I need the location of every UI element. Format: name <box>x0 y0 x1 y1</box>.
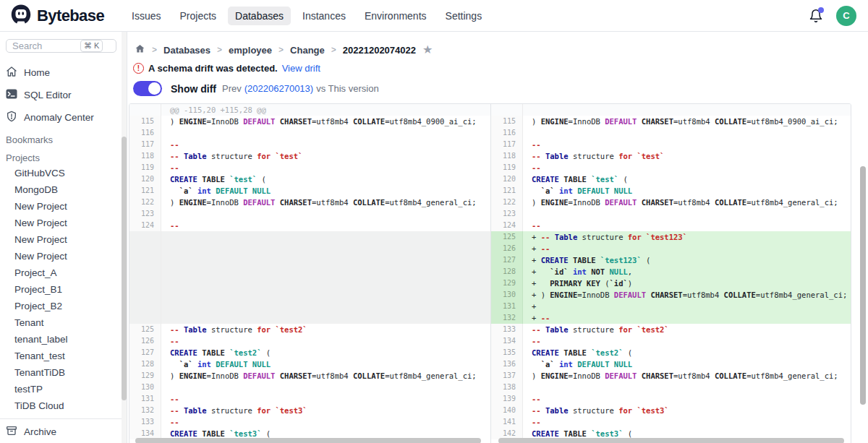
sidebar-project-item[interactable]: Tenant <box>0 314 127 331</box>
diff-row: 139-- <box>491 393 851 405</box>
diff-row <box>129 266 490 278</box>
code-line: `a` int DEFAULT NULL <box>523 358 851 370</box>
diff-row: 119-- <box>491 162 851 173</box>
search-box[interactable]: ⌘ K <box>6 39 116 53</box>
sidebar-project-item[interactable]: Project_B1 <box>0 281 127 298</box>
code-line <box>161 278 490 289</box>
code-line: + CREATE TABLE `test123` ( <box>523 254 851 266</box>
line-number: 123 <box>129 208 161 220</box>
notification-bell-icon[interactable] <box>809 9 823 23</box>
code-line: `a` int DEFAULT NULL <box>161 185 490 197</box>
breadcrumb-item-employee[interactable]: employee <box>229 45 272 56</box>
sql-editor-icon <box>6 88 17 102</box>
code-line: -- Table structure for `test2` <box>161 324 490 335</box>
sidebar-item-home[interactable]: Home <box>0 61 127 84</box>
nav-item-settings[interactable]: Settings <box>438 7 490 25</box>
diff-row <box>129 243 490 254</box>
bytebase-logo[interactable]: Bytebase <box>10 4 104 28</box>
sidebar-project-item[interactable]: New Project <box>0 215 127 231</box>
sidebar-project-item[interactable]: TiDB Cloud <box>0 397 127 414</box>
code-line <box>523 382 851 393</box>
line-number: 127 <box>491 254 523 266</box>
line-number <box>129 231 161 243</box>
line-number: 131 <box>129 393 161 405</box>
sidebar-project-item[interactable]: testTP <box>0 381 127 397</box>
line-number: 117 <box>491 139 523 150</box>
alert-exclamation-icon: ! <box>133 63 144 74</box>
code-line: ) ENGINE=InnoDB DEFAULT CHARSET=utf8mb4 … <box>523 116 851 127</box>
breadcrumb-home-icon[interactable] <box>135 43 145 56</box>
code-line: CREATE TABLE `test2` ( <box>161 347 490 358</box>
diff-row: 118-- Table structure for `test` <box>491 150 851 162</box>
prev-version-link[interactable]: (202206270013) <box>244 83 313 94</box>
nav-item-issues[interactable]: Issues <box>124 7 168 25</box>
code-line <box>161 208 490 220</box>
breadcrumb-item-change[interactable]: Change <box>290 45 325 56</box>
line-number: 120 <box>129 173 161 185</box>
line-number: 136 <box>491 358 523 370</box>
nav-item-projects[interactable]: Projects <box>173 7 224 25</box>
diff-row: @@ -115,20 +115,28 @@ <box>129 104 490 116</box>
diff-row: 126+ -- <box>491 243 851 254</box>
breadcrumb-item-databases[interactable]: Databases <box>163 45 210 56</box>
line-number: 125 <box>491 231 523 243</box>
line-number: 130 <box>129 382 161 393</box>
sidebar-item-sql-editor[interactable]: SQL Editor <box>0 84 127 106</box>
sidebar-item-label: SQL Editor <box>24 90 72 100</box>
sidebar-project-item[interactable]: New Project <box>0 248 127 264</box>
diff-row: 129+ PRIMARY KEY (`id`) <box>491 278 851 289</box>
sidebar-scrollbar-thumb[interactable] <box>122 137 127 400</box>
breadcrumb-separator: > <box>278 45 284 55</box>
sidebar-project-item[interactable]: MongoDB <box>0 181 127 198</box>
code-line: ) ENGINE=InnoDB DEFAULT CHARSET=utf8mb4 … <box>161 116 490 127</box>
line-number <box>491 104 523 116</box>
diff-right-hscrollbar[interactable] <box>498 438 844 443</box>
page-scrollbar-thumb[interactable] <box>860 166 866 405</box>
code-line: + -- <box>523 243 851 254</box>
code-line: -- Table structure for `test3` <box>523 405 851 416</box>
diff-left-hscrollbar[interactable] <box>135 438 481 443</box>
sidebar-item-anomaly-center[interactable]: Anomaly Center <box>0 106 127 129</box>
diff-row: 123 <box>491 208 851 220</box>
sidebar-item-archive[interactable]: Archive <box>0 419 127 443</box>
sidebar-project-item[interactable]: Project_B2 <box>0 298 127 314</box>
code-line: ) ENGINE=InnoDB DEFAULT CHARSET=utf8mb4 … <box>523 197 851 208</box>
sidebar-project-item[interactable]: New Project <box>0 198 127 215</box>
diff-row: 124-- <box>129 220 490 231</box>
line-number: 128 <box>491 266 523 278</box>
diff-row: 118-- Table structure for `test` <box>129 150 490 162</box>
view-drift-link[interactable]: View drift <box>282 63 320 74</box>
sidebar-project-item[interactable]: Project_A <box>0 264 127 281</box>
show-diff-toggle[interactable] <box>133 81 162 96</box>
line-number: 139 <box>491 393 523 405</box>
line-number: 135 <box>491 347 523 358</box>
nav-item-databases[interactable]: Databases <box>228 7 291 25</box>
search-input[interactable] <box>12 40 77 51</box>
sidebar-project-item[interactable]: TenantTiDB <box>0 364 127 381</box>
code-line: `a` int DEFAULT NULL <box>523 185 851 197</box>
sidebar-project-item[interactable]: tenant_label <box>0 331 127 348</box>
sidebar-item-label: Anomaly Center <box>24 112 94 123</box>
diff-row: 134-- <box>491 335 851 347</box>
diff-row: 135CREATE TABLE `test2` ( <box>491 347 851 358</box>
diff-row: 133-- <box>129 416 490 428</box>
user-avatar[interactable]: C <box>836 6 856 26</box>
breadcrumb-separator: > <box>331 45 336 55</box>
code-line <box>161 301 490 312</box>
projects-list: GitHubVCSMongoDBNew ProjectNew ProjectNe… <box>0 165 127 414</box>
sidebar-project-item[interactable]: Tenant_test <box>0 348 127 364</box>
code-line: + PRIMARY KEY (`id`) <box>523 278 851 289</box>
sidebar-project-item[interactable]: GitHubVCS <box>0 165 127 181</box>
line-number: 132 <box>129 405 161 416</box>
nav-item-environments[interactable]: Environments <box>357 7 434 25</box>
diff-row: 131-- <box>129 393 490 405</box>
diff-row: 137) ENGINE=InnoDB DEFAULT CHARSET=utf8m… <box>491 370 851 382</box>
sidebar-project-item[interactable]: New Project <box>0 231 127 248</box>
nav-item-instances[interactable]: Instances <box>295 7 353 25</box>
bookmark-star-icon[interactable]: ★ <box>422 44 433 56</box>
line-number: 133 <box>129 416 161 428</box>
diff-row: 141-- <box>491 416 851 428</box>
sidebar-item-label: Archive <box>24 426 56 437</box>
line-number: 115 <box>129 116 161 127</box>
code-line <box>161 127 490 139</box>
